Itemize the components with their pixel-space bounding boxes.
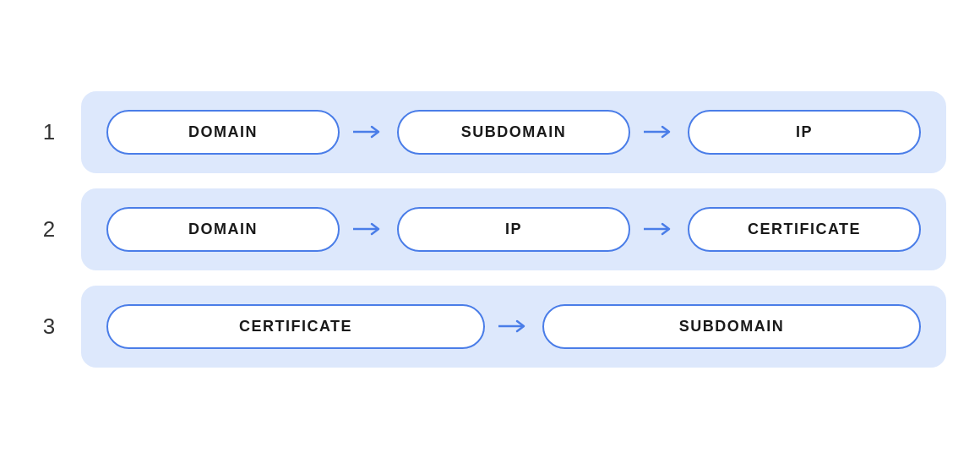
flow-box-3: CERTIFICATE SUBDOMAIN xyxy=(81,286,946,368)
arrow-3-1 xyxy=(498,318,529,335)
row-2: 2DOMAIN IP CERTIFICATE xyxy=(34,188,946,270)
main-container: 1DOMAIN SUBDOMAIN IP2DOMAIN IP CERTIFICA… xyxy=(0,74,980,384)
flow-box-1: DOMAIN SUBDOMAIN IP xyxy=(81,91,946,173)
row-1: 1DOMAIN SUBDOMAIN IP xyxy=(34,91,946,173)
arrow-2-1 xyxy=(353,221,384,237)
node-2-3: CERTIFICATE xyxy=(688,207,921,252)
arrow-1-2 xyxy=(644,123,674,140)
node-1-3: IP xyxy=(688,110,921,155)
node-1-1: DOMAIN xyxy=(106,110,340,155)
arrow-2-2 xyxy=(644,221,674,237)
step-number-2: 2 xyxy=(34,216,64,243)
row-3: 3CERTIFICATE SUBDOMAIN xyxy=(34,286,946,368)
node-2-2: IP xyxy=(397,207,630,252)
node-2-1: DOMAIN xyxy=(106,207,340,252)
step-number-3: 3 xyxy=(34,314,64,340)
node-3-2: SUBDOMAIN xyxy=(542,304,921,349)
node-3-1: CERTIFICATE xyxy=(106,304,485,349)
arrow-1-1 xyxy=(353,123,384,140)
flow-box-2: DOMAIN IP CERTIFICATE xyxy=(81,188,946,270)
step-number-1: 1 xyxy=(34,119,64,145)
node-1-2: SUBDOMAIN xyxy=(397,110,630,155)
